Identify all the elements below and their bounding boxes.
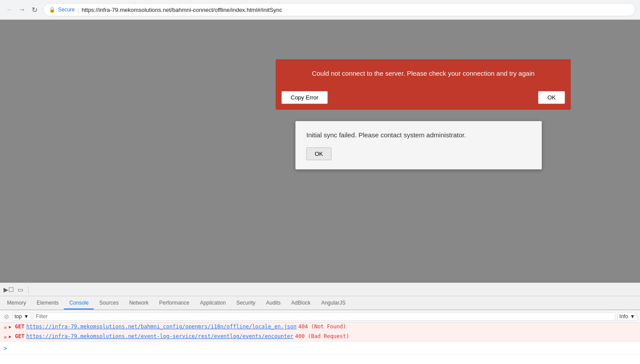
- device-toggle-button[interactable]: ▭: [15, 284, 26, 295]
- error-icon-2: ✕: [2, 334, 9, 341]
- sync-ok-button[interactable]: OK: [306, 147, 331, 160]
- context-chevron-icon: ▼: [24, 313, 29, 320]
- secure-label: Secure: [58, 7, 75, 13]
- copy-error-button[interactable]: Copy Error: [282, 91, 328, 104]
- url-display: https://infra-79.mekomsolutions.net/bahm…: [81, 7, 630, 13]
- console-prompt-icon: >: [2, 343, 9, 353]
- clear-console-button[interactable]: ⊘: [3, 313, 11, 320]
- inspect-element-button[interactable]: ▶☐: [4, 284, 14, 295]
- connection-error-buttons: Copy Error OK: [276, 88, 570, 109]
- tab-angularjs[interactable]: AngularJS: [316, 297, 351, 309]
- level-chevron-icon: ▼: [630, 313, 635, 320]
- lock-icon: 🔒: [49, 7, 55, 13]
- console-filter-input[interactable]: [33, 312, 616, 321]
- red-ok-button[interactable]: OK: [538, 91, 565, 104]
- log-method-1: GET: [15, 324, 25, 330]
- log-url-2[interactable]: https://infra-79.mekomsolutions.net/even…: [26, 333, 294, 339]
- log-status-2: 400 (Bad Request): [295, 333, 349, 339]
- reload-button[interactable]: ↻: [29, 4, 40, 15]
- tab-console[interactable]: Console: [64, 297, 94, 309]
- log-method-2: GET: [15, 333, 25, 339]
- log-status-1: 404 (Not Found): [298, 324, 346, 330]
- console-filter-bar: ⊘ top ▼ Info ▼: [0, 310, 640, 323]
- browser-chrome: ← → ↻ 🔒 Secure | https://infra-79.mekoms…: [0, 0, 640, 20]
- toolbar-separator: [28, 286, 29, 294]
- log-url-1[interactable]: https://infra-79.mekomsolutions.net/bahm…: [26, 324, 297, 330]
- devtools-toolbar: ▶☐ ▭: [0, 283, 640, 296]
- log-level-selector[interactable]: Info ▼: [617, 312, 637, 321]
- back-button[interactable]: ←: [4, 4, 15, 15]
- devtools-panel: ▶☐ ▭ Memory Elements Console Sources Net…: [0, 283, 640, 364]
- expand-icon-1[interactable]: ▶: [9, 324, 15, 329]
- tab-adblock[interactable]: AdBlock: [286, 297, 316, 309]
- sync-failed-message: Initial sync failed. Please contact syst…: [306, 130, 531, 140]
- connection-error-dialog: Could not connect to the server. Please …: [276, 59, 571, 110]
- tab-audits[interactable]: Audits: [261, 297, 286, 309]
- console-prompt-line: >: [0, 342, 640, 355]
- expand-icon-2[interactable]: ▶: [9, 334, 15, 339]
- level-value: Info: [619, 313, 628, 320]
- tab-sources[interactable]: Sources: [94, 297, 124, 309]
- tab-security[interactable]: Security: [231, 297, 261, 309]
- connection-error-message: Could not connect to the server. Please …: [276, 60, 570, 88]
- tab-memory[interactable]: Memory: [2, 297, 31, 309]
- error-icon-1: ✕: [2, 324, 9, 331]
- log-entry-1: ✕ ▶ GET https://infra-79.mekomsolutions.…: [0, 323, 640, 332]
- context-value: top: [15, 313, 22, 320]
- address-bar[interactable]: 🔒 Secure | https://infra-79.mekomsolutio…: [43, 3, 636, 16]
- console-log-area: ✕ ▶ GET https://infra-79.mekomsolutions.…: [0, 323, 640, 364]
- page-area: Could not connect to the server. Please …: [0, 20, 640, 283]
- log-entry-2: ✕ ▶ GET https://infra-79.mekomsolutions.…: [0, 332, 640, 342]
- sync-failed-dialog: Initial sync failed. Please contact syst…: [295, 121, 542, 169]
- devtools-tabs: Memory Elements Console Sources Network …: [0, 296, 640, 310]
- tab-application[interactable]: Application: [195, 297, 231, 309]
- address-separator: |: [77, 7, 79, 13]
- tab-elements[interactable]: Elements: [31, 297, 64, 309]
- context-selector[interactable]: top ▼: [12, 312, 31, 321]
- tab-performance[interactable]: Performance: [154, 297, 195, 309]
- forward-button[interactable]: →: [17, 4, 27, 15]
- tab-network[interactable]: Network: [124, 297, 154, 309]
- nav-buttons: ← → ↻: [4, 4, 40, 15]
